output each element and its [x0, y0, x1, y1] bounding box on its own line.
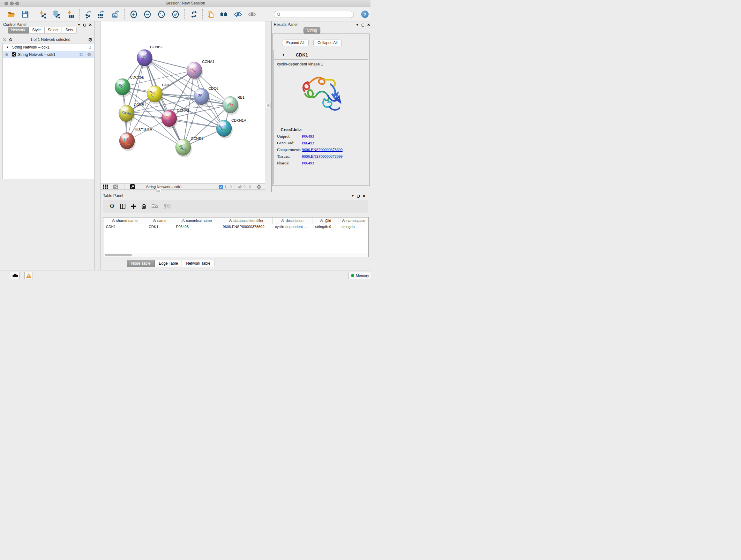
- cell-name[interactable]: CDK1: [146, 224, 174, 230]
- hidden-eye-slash-icon[interactable]: [237, 185, 242, 189]
- export-table-button[interactable]: [97, 10, 105, 18]
- column-header[interactable]: namespace: [339, 217, 368, 224]
- cell-id[interactable]: stringdb:9...: [313, 224, 339, 230]
- hide-panels-button[interactable]: [234, 10, 242, 18]
- network-row-selected[interactable]: String Network – cdk1 11 48: [3, 51, 94, 58]
- expand-all-icon[interactable]: [9, 38, 13, 42]
- export-image-button[interactable]: [111, 10, 120, 18]
- scrollbar-thumb[interactable]: [105, 254, 132, 256]
- table-panel-menu-icon[interactable]: ▼: [351, 194, 354, 198]
- tab-edge-table[interactable]: Edge Table: [155, 260, 182, 267]
- table-row[interactable]: CDK1 CDK1 P06493 9606.ENSP00000378699 cy…: [104, 224, 368, 230]
- crosslink-link[interactable]: P06493: [302, 141, 314, 145]
- apply-layout-button[interactable]: [190, 10, 198, 18]
- table-panel-float-icon[interactable]: [357, 195, 360, 198]
- collapse-all-button[interactable]: Collapse All: [313, 40, 342, 46]
- open-session-button[interactable]: [7, 10, 16, 18]
- crosslink-link[interactable]: P06493: [302, 161, 314, 166]
- crosslink-row: GeneCard: P06493: [277, 141, 368, 145]
- crosslink-label: Pharos:: [277, 161, 302, 166]
- column-header[interactable]: description: [273, 217, 313, 224]
- tab-style[interactable]: Style: [29, 27, 44, 34]
- crosslink-link[interactable]: P06493: [302, 134, 314, 139]
- results-panel-divider-handle[interactable]: [266, 103, 271, 108]
- network-view-toolbar: String Network – cdk1 1 - 0 0 - 0: [100, 183, 265, 190]
- fit-selected-button[interactable]: [256, 184, 262, 189]
- collapse-all-icon[interactable]: [3, 38, 7, 42]
- tab-select[interactable]: Select: [44, 27, 62, 34]
- gene-collapse-icon[interactable]: ▼: [282, 53, 285, 57]
- cell-canonical-name[interactable]: P06493: [173, 224, 220, 230]
- fit-content-button[interactable]: [157, 10, 165, 18]
- control-panel-float-icon[interactable]: [83, 23, 86, 26]
- memory-button[interactable]: Memory: [348, 272, 370, 279]
- network-canvas[interactable]: CCNB2CCNA1CDC25BCDK1CDC6RB1CCNB1CCNA2CDK…: [100, 21, 265, 183]
- main-toolbar: ?: [0, 7, 370, 21]
- warnings-button[interactable]: [24, 272, 33, 279]
- birds-eye-view-button[interactable]: [103, 184, 108, 189]
- node-label: CCNB2: [150, 45, 162, 49]
- save-icon: [21, 10, 29, 18]
- session-snapshot-button[interactable]: [206, 10, 214, 18]
- table-panel-close-icon[interactable]: ✕: [362, 194, 366, 198]
- network-label: String Network – cdk1: [18, 52, 55, 57]
- column-header[interactable]: @id: [313, 217, 339, 224]
- control-panel: Control Panel ▼ ✕ NetworkStyleSelectSets…: [0, 21, 94, 270]
- tab-string-results[interactable]: String: [304, 27, 320, 34]
- network-collection-row[interactable]: ▼ String Network – cdk1 1: [3, 44, 94, 51]
- import-network-database-button[interactable]: [52, 10, 61, 18]
- export-network-button[interactable]: [84, 10, 92, 18]
- table-options-gear-icon[interactable]: ⚙: [110, 203, 115, 210]
- left-panel-divider[interactable]: [94, 21, 100, 270]
- crosslink-link[interactable]: 9606.ENSP00000378699: [302, 154, 342, 159]
- search-input[interactable]: [281, 12, 348, 16]
- column-header[interactable]: shared name: [104, 217, 146, 224]
- cell-description[interactable]: cyclin-dependent ...: [273, 224, 313, 230]
- selected-checkbox-icon[interactable]: [219, 185, 223, 189]
- table-horizontal-scrollbar[interactable]: [104, 253, 368, 257]
- show-all-panels-button[interactable]: [219, 10, 228, 18]
- tab-node-table[interactable]: Node Table: [127, 260, 155, 267]
- show-panels-button[interactable]: [248, 10, 256, 18]
- tab-network-table[interactable]: Network Table: [182, 260, 214, 267]
- save-session-button[interactable]: [21, 10, 29, 18]
- expand-all-button[interactable]: Expand All: [282, 40, 309, 46]
- cell-shared-name[interactable]: CDK1: [104, 224, 146, 230]
- toolbar-separator: [34, 9, 34, 19]
- tab-sets[interactable]: Sets: [62, 27, 77, 34]
- control-panel-menu-icon[interactable]: ▼: [77, 23, 80, 26]
- cell-namespace[interactable]: stringdb: [339, 224, 368, 230]
- results-panel-menu-icon[interactable]: ▼: [356, 23, 359, 26]
- show-columns-icon[interactable]: [120, 204, 125, 209]
- results-panel-title: Results Panel: [274, 22, 297, 27]
- status-bar: Memory: [0, 270, 370, 280]
- column-header[interactable]: name: [146, 217, 174, 224]
- open-in-window-button[interactable]: [130, 184, 135, 189]
- import-network-file-button[interactable]: [39, 10, 47, 18]
- column-header[interactable]: canonical name: [173, 217, 220, 224]
- node-label: CDC6: [208, 86, 218, 90]
- import-table-file-button[interactable]: [66, 10, 74, 18]
- gene-card-header[interactable]: ▼ CDK1: [274, 50, 368, 60]
- crosslink-row: Compartments: 9606.ENSP00000378699: [277, 147, 368, 152]
- help-button[interactable]: ?: [361, 10, 368, 18]
- zoom-selected-button[interactable]: [172, 10, 180, 18]
- string-settings-button[interactable]: [113, 184, 118, 189]
- warning-icon: [26, 273, 31, 278]
- zoom-out-button[interactable]: [143, 10, 151, 18]
- network-options-gear-icon[interactable]: ⚙: [88, 37, 92, 43]
- collection-label: String Network – cdk1: [12, 45, 50, 50]
- cell-database-identifier[interactable]: 9606.ENSP00000378699: [220, 224, 273, 230]
- delete-column-trash-icon[interactable]: [141, 204, 146, 209]
- cloud-status-button[interactable]: [11, 272, 19, 279]
- results-panel-close-icon[interactable]: ✕: [367, 23, 370, 27]
- create-column-plus-icon[interactable]: [131, 204, 136, 209]
- collection-expand-icon[interactable]: ▼: [6, 46, 9, 49]
- control-panel-close-icon[interactable]: ✕: [89, 23, 92, 27]
- crosslink-link[interactable]: 9606.ENSP00000378699: [302, 147, 342, 152]
- column-header[interactable]: database identifier: [220, 217, 273, 224]
- results-panel-float-icon[interactable]: [361, 23, 364, 26]
- search-field[interactable]: [274, 11, 354, 18]
- zoom-in-button[interactable]: [130, 10, 138, 18]
- tab-network[interactable]: Network: [8, 27, 29, 34]
